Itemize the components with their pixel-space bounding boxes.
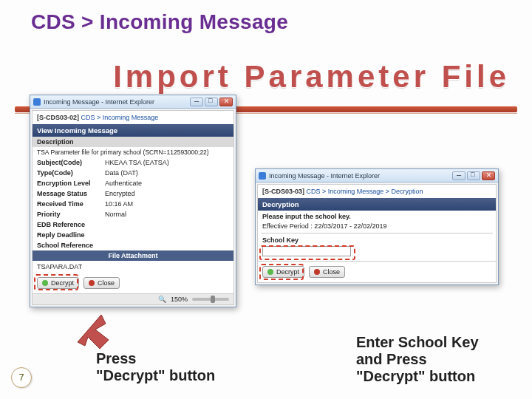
minimize-button[interactable] [190, 98, 203, 106]
window-title: Incoming Message - Internet Explorer [44, 98, 187, 106]
highlight-decrypt [259, 264, 304, 280]
field-label: Received Time [33, 199, 100, 209]
caption-line: Enter School Key [356, 334, 479, 351]
svg-marker-0 [78, 315, 109, 349]
zoom-slider[interactable] [192, 298, 229, 301]
close-button[interactable]: Close [309, 266, 345, 278]
field-value: HKEAA TSA (EATSA) [100, 157, 233, 168]
ie-icon [33, 98, 41, 106]
field-value [100, 240, 233, 250]
page-crumb: [S-CDS03-03] CDS > Incoming Message > De… [258, 185, 496, 198]
prompt-text: Please input the school key. [258, 211, 496, 222]
page-number: 7 [11, 367, 32, 388]
close-icon [89, 280, 95, 286]
close-label: Close [323, 268, 340, 276]
effective-period: Effective Period : 22/03/2017 - 22/02/20… [258, 222, 496, 233]
close-window-button[interactable] [482, 171, 495, 180]
field-value [100, 219, 233, 230]
field-value [100, 230, 233, 240]
screen-code: [S-CDS03-02] [37, 114, 79, 121]
ie-icon [259, 172, 266, 180]
window-title: Incoming Message - Internet Explorer [269, 172, 449, 180]
field-value: Normal [100, 209, 233, 219]
caption-line: Press [96, 350, 215, 367]
school-key-label: School Key [258, 233, 496, 244]
description-label: Description [33, 137, 233, 147]
field-label: Priority [33, 209, 100, 219]
highlight-school-key [259, 245, 355, 260]
titlebar: Incoming Message - Internet Explorer [256, 169, 498, 183]
field-label: EDB Reference [33, 219, 100, 230]
caption-line: and Press [356, 351, 479, 368]
description-value: TSA Parameter file for primary school (S… [33, 147, 233, 157]
close-window-button[interactable] [219, 98, 233, 106]
caption-enter-key: Enter School Key and Press "Decrypt" but… [356, 334, 479, 385]
section-header: View Incoming Message [33, 124, 233, 137]
caption-line: "Decrypt" button [356, 368, 479, 385]
window-view-incoming: Incoming Message - Internet Explorer [S-… [30, 95, 236, 307]
window-decryption: Incoming Message - Internet Explorer [S-… [255, 168, 499, 285]
maximize-button[interactable] [467, 171, 480, 180]
field-value: 10:16 AM [100, 199, 233, 209]
page-crumb: [S-CDS03-02] CDS > Incoming Message [33, 111, 233, 124]
field-label: Encryption Level [33, 178, 100, 188]
field-label: Subject(Code) [33, 157, 100, 168]
field-label: Reply Deadline [33, 230, 100, 240]
attachment-filename[interactable]: TSAPARA.DAT [33, 261, 233, 273]
field-label: Type(Code) [33, 168, 100, 178]
attachment-header: File Attachment [33, 250, 233, 261]
zoom-icon: 🔍 [158, 296, 166, 303]
field-value: Encrypted [100, 188, 233, 199]
section-header: Decryption [258, 198, 496, 211]
field-label: School Reference [33, 240, 100, 250]
breadcrumb: CDS > Incoming Message [31, 10, 288, 34]
close-button[interactable]: Close [83, 277, 120, 289]
highlight-decrypt [34, 274, 78, 290]
crumb-link[interactable]: CDS > Incoming Message > Decryption [307, 188, 423, 195]
status-bar: 🔍 150% [33, 293, 233, 304]
caption-line: "Decrypt" button [96, 367, 215, 384]
minimize-button[interactable] [452, 171, 466, 180]
maximize-button[interactable] [205, 98, 218, 106]
crumb-link[interactable]: CDS > Incoming Message [81, 114, 159, 121]
zoom-value: 150% [171, 296, 188, 303]
field-label: Message Status [33, 188, 100, 199]
close-label: Close [98, 279, 115, 287]
field-value: Data (DAT) [100, 168, 233, 178]
caption-press: Press "Decrypt" button [96, 350, 215, 384]
field-value: Authenticate [100, 178, 233, 188]
slide-title: Import Parameter File [113, 59, 510, 95]
titlebar: Incoming Message - Internet Explorer [30, 95, 236, 109]
close-icon [314, 269, 320, 275]
arrow-icon [70, 309, 115, 353]
screen-code: [S-CDS03-03] [262, 188, 304, 195]
